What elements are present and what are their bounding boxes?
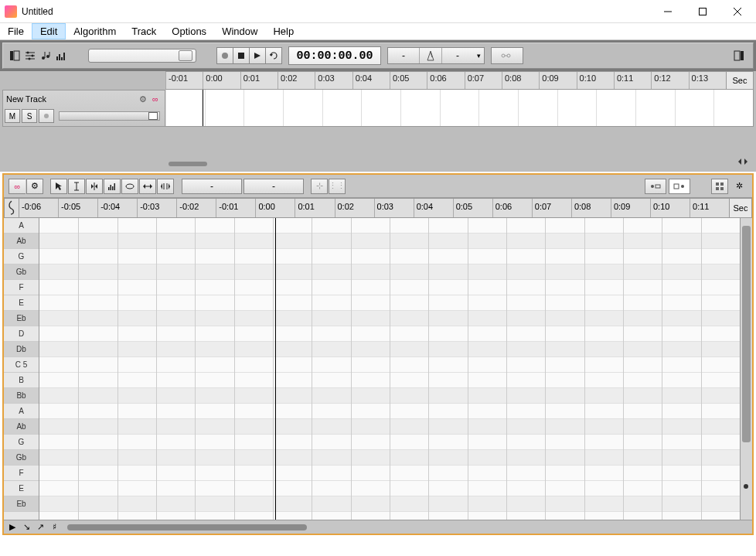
lane-cell xyxy=(205,90,244,126)
piano-key[interactable]: F xyxy=(4,466,39,481)
hmove-tool-icon[interactable] xyxy=(139,179,156,194)
svg-point-20 xyxy=(222,53,228,59)
svg-point-26 xyxy=(502,54,505,57)
menu-help[interactable]: Help xyxy=(265,23,301,39)
fx-button[interactable] xyxy=(491,47,523,64)
piano-key[interactable]: Eb xyxy=(4,311,39,326)
grid-vline xyxy=(273,218,274,520)
editor-ruler-tick: -0:06 xyxy=(19,199,58,217)
editor-ruler[interactable]: -0:06-0:05-0:04-0:03-0:02-0:010:000:010:… xyxy=(19,198,729,218)
settings-sliders-icon[interactable] xyxy=(23,49,37,63)
mute-button[interactable]: M xyxy=(5,109,20,123)
piano-key[interactable]: E xyxy=(4,295,39,311)
piano-roll-grid[interactable] xyxy=(39,218,740,520)
editor-settings-icon[interactable]: ⚙ xyxy=(26,179,43,194)
vscroll-thumb[interactable] xyxy=(742,226,751,442)
solo-button[interactable]: S xyxy=(22,109,37,123)
piano-key[interactable]: Bb xyxy=(4,388,39,404)
piano-key[interactable]: A xyxy=(4,218,39,234)
piano-key[interactable]: G xyxy=(4,249,39,264)
menu-edit[interactable]: Edit xyxy=(32,23,66,39)
record-button[interactable] xyxy=(216,47,233,64)
piano-key[interactable]: E xyxy=(4,481,39,496)
svg-rect-43 xyxy=(112,186,114,190)
track-settings-icon[interactable]: ⚙ xyxy=(137,94,149,104)
menu-track[interactable]: Track xyxy=(124,23,164,39)
svg-rect-54 xyxy=(656,185,660,188)
footer-sharp-icon[interactable]: ♯ xyxy=(49,522,60,532)
menu-file[interactable]: File xyxy=(0,23,32,39)
editor-fx1-icon[interactable]: ⊹ xyxy=(311,179,328,194)
timeline-resize-handle[interactable] xyxy=(737,157,749,168)
ruler-tick: 0:13 xyxy=(689,72,726,89)
record-arm-button[interactable] xyxy=(39,109,54,123)
track-header[interactable]: New Track ⚙ ∞ M S xyxy=(2,90,165,127)
piano-key[interactable]: D xyxy=(4,326,39,342)
editor-unit-label[interactable]: Sec xyxy=(729,198,752,218)
grid-view-icon[interactable] xyxy=(711,179,728,194)
play-button[interactable] xyxy=(249,47,266,64)
piano-key[interactable]: Ab xyxy=(4,234,39,249)
lane-cell xyxy=(557,90,597,126)
wave-tool-icon[interactable] xyxy=(104,179,121,194)
arrow-tool-icon[interactable] xyxy=(50,179,67,194)
timeline-empty-area[interactable] xyxy=(2,127,754,169)
piano-key[interactable]: B xyxy=(4,373,39,388)
stop-button[interactable] xyxy=(233,47,250,64)
tempo-dropdown-icon[interactable]: ▾ xyxy=(473,52,484,60)
zoom-slider[interactable] xyxy=(88,49,196,63)
footer-tool1-icon[interactable]: ↘ xyxy=(21,522,32,532)
timeline-ruler[interactable]: -0:010:000:010:020:030:040:050:060:070:0… xyxy=(165,71,726,90)
right-panel-toggle-icon[interactable] xyxy=(730,50,748,61)
track-lane[interactable] xyxy=(165,90,754,127)
piano-key[interactable]: A xyxy=(4,404,39,419)
svg-rect-57 xyxy=(716,182,719,186)
menu-algorithm[interactable]: Algorithm xyxy=(66,23,124,39)
minimize-button[interactable] xyxy=(650,1,685,22)
menu-options[interactable]: Options xyxy=(164,23,214,39)
levels-icon[interactable] xyxy=(54,49,68,63)
ibeam-tool-icon[interactable] xyxy=(68,179,85,194)
piano-key-column[interactable]: AAbGGbFEEbDDbC 5BBbAAbGGbFEEb xyxy=(4,218,39,520)
ruler-tick: 0:01 xyxy=(240,72,278,89)
stretch-tool-icon[interactable] xyxy=(157,179,174,194)
zoom-slider-thumb[interactable] xyxy=(179,50,192,61)
tempo-selector[interactable]: - - ▾ xyxy=(387,47,485,64)
track-name[interactable]: New Track xyxy=(6,94,137,104)
editor-link-icon[interactable]: ∞ xyxy=(9,179,26,194)
svg-rect-21 xyxy=(238,53,244,59)
split-tool-icon[interactable] xyxy=(86,179,103,194)
svg-point-31 xyxy=(44,114,49,118)
footer-play-icon[interactable]: ▶ xyxy=(7,522,18,532)
notes-icon[interactable] xyxy=(39,49,53,63)
volume-thumb[interactable] xyxy=(148,112,158,120)
piano-key[interactable]: Db xyxy=(4,342,39,357)
editor-gear-icon[interactable]: ✲ xyxy=(730,179,747,194)
piano-key[interactable]: Ab xyxy=(4,419,39,435)
grid-vline xyxy=(195,218,196,520)
timeline-hscrollbar[interactable] xyxy=(169,162,207,166)
editor-hscrollbar[interactable] xyxy=(67,524,307,530)
view-mode2-icon[interactable] xyxy=(669,179,690,194)
menu-window[interactable]: Window xyxy=(214,23,265,39)
piano-key[interactable]: F xyxy=(4,280,39,295)
track-volume-slider[interactable] xyxy=(59,111,160,121)
editor-ruler-tick: 0:08 xyxy=(571,199,611,217)
svg-rect-55 xyxy=(674,184,679,189)
note-tool-icon[interactable] xyxy=(121,179,138,194)
editor-vscrollbar[interactable] xyxy=(740,218,752,520)
maximize-button[interactable] xyxy=(685,1,720,22)
time-unit-label[interactable]: Sec xyxy=(726,71,754,90)
editor-fx2-icon[interactable]: ⋮⋮ xyxy=(329,179,346,194)
view-mode1-icon[interactable] xyxy=(645,179,666,194)
track-link-icon[interactable]: ∞ xyxy=(149,94,162,104)
piano-key[interactable]: Eb xyxy=(4,496,39,512)
piano-key[interactable]: G xyxy=(4,435,39,450)
footer-tool2-icon[interactable]: ↗ xyxy=(35,522,46,532)
panel-toggle-icon[interactable] xyxy=(8,49,22,63)
close-button[interactable] xyxy=(720,1,754,22)
piano-key[interactable]: Gb xyxy=(4,264,39,280)
piano-key[interactable]: Gb xyxy=(4,450,39,466)
loop-button[interactable] xyxy=(265,47,282,64)
piano-key[interactable]: C 5 xyxy=(4,357,39,373)
